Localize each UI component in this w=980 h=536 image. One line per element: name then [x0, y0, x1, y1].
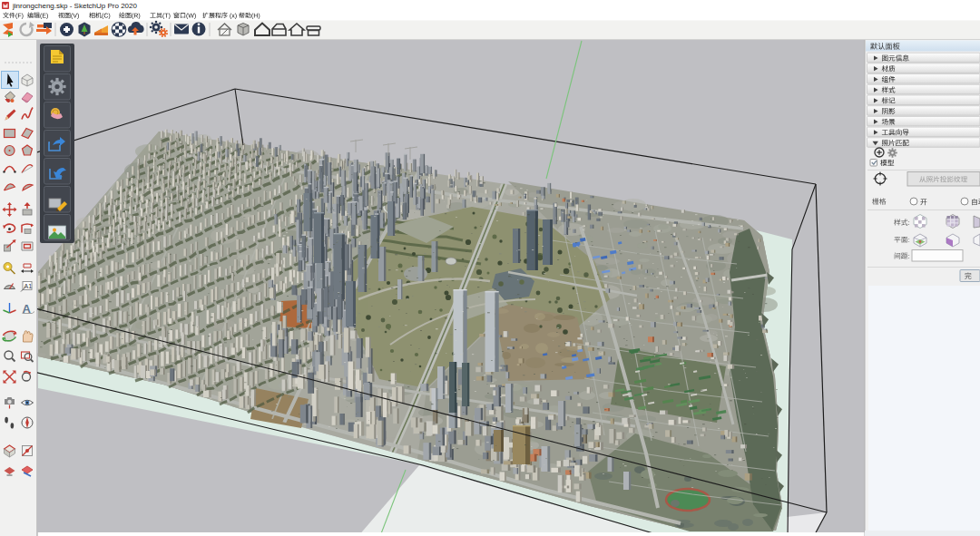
svg-text:jinrongcheng.skp - SketchUp Pr: jinrongcheng.skp - SketchUp Pro 2020 [12, 2, 138, 10]
svg-text:A1: A1 [24, 283, 33, 289]
